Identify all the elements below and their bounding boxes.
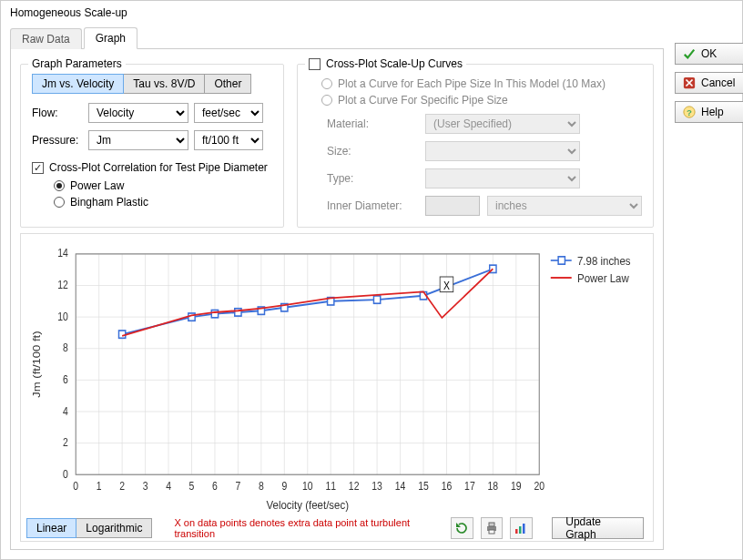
chart-plot: 0123456789101112131415161718192002468101… — [26, 243, 644, 514]
radio-bingham[interactable] — [54, 197, 65, 208]
svg-text:20: 20 — [534, 480, 545, 492]
svg-rect-80 — [489, 530, 494, 534]
crossplot-title: Cross-Plot Scale-Up Curves — [326, 57, 463, 70]
pressure-select[interactable]: Jm — [88, 130, 188, 150]
refresh-icon[interactable] — [451, 517, 473, 539]
svg-text:4: 4 — [166, 480, 171, 492]
flow-unit-select[interactable]: feet/sec — [194, 103, 263, 123]
svg-text:17: 17 — [464, 480, 475, 492]
svg-text:14: 14 — [57, 248, 68, 260]
size-select — [425, 141, 580, 161]
material-label: Material: — [327, 117, 418, 130]
groupbox-title: Graph Parameters — [28, 57, 126, 70]
tab-graph[interactable]: Graph — [84, 27, 137, 49]
inner-diameter-input — [425, 196, 480, 216]
svg-text:7: 7 — [235, 480, 240, 492]
tab-bar: Raw Data Graph — [10, 26, 664, 49]
radio-bingham-label: Bingham Plastic — [70, 196, 148, 209]
material-select: (User Specified) — [425, 114, 580, 134]
svg-text:9: 9 — [281, 480, 287, 492]
svg-text:15: 15 — [418, 480, 429, 492]
svg-text:1: 1 — [97, 480, 102, 492]
svg-text:X: X — [443, 280, 450, 292]
svg-text:8: 8 — [63, 342, 68, 354]
size-label: Size: — [327, 145, 418, 158]
svg-text:?: ? — [687, 107, 692, 117]
pressure-label: Pressure: — [32, 134, 83, 147]
svg-rect-68 — [373, 296, 380, 303]
radio-curve-specific-label: Plot a Curve For Specific Pipe Size — [338, 94, 508, 107]
update-graph-button[interactable]: Update Graph — [552, 517, 644, 539]
help-button[interactable]: ? Help — [675, 101, 743, 123]
svg-rect-74 — [558, 257, 565, 264]
svg-text:4: 4 — [63, 405, 68, 417]
check-icon — [683, 47, 696, 60]
cancel-button[interactable]: Cancel — [675, 72, 743, 94]
flow-label: Flow: — [32, 107, 83, 119]
svg-rect-63 — [211, 311, 218, 318]
svg-text:19: 19 — [511, 480, 522, 492]
svg-text:Jm (ft/100 ft): Jm (ft/100 ft) — [30, 331, 42, 397]
type-label: Type: — [327, 172, 418, 185]
mode-jm-vs-velocity[interactable]: Jm vs. Velocity — [32, 74, 124, 94]
svg-text:3: 3 — [143, 480, 148, 492]
svg-text:10: 10 — [302, 480, 313, 492]
svg-text:8: 8 — [259, 480, 264, 492]
crossplot-checkbox[interactable] — [309, 58, 321, 70]
help-label: Help — [701, 106, 724, 118]
inner-diameter-label: Inner Diameter: — [327, 199, 418, 212]
ok-label: OK — [701, 47, 717, 60]
mode-tau-vs-8vd[interactable]: Tau vs. 8V/D — [124, 74, 205, 94]
svg-rect-81 — [515, 529, 518, 534]
x-icon — [683, 76, 696, 89]
help-icon: ? — [683, 106, 696, 118]
svg-text:Power Law: Power Law — [577, 271, 629, 285]
chart-options-icon[interactable] — [510, 517, 533, 539]
plot-mode-toggle: Jm vs. Velocity Tau vs. 8V/D Other — [32, 74, 272, 94]
svg-text:2: 2 — [63, 437, 68, 449]
svg-text:0: 0 — [73, 480, 78, 492]
svg-rect-83 — [523, 524, 525, 534]
radio-curve-each-label: Plot a Curve for Each Pipe Size In This … — [338, 77, 606, 90]
svg-text:11: 11 — [325, 480, 336, 492]
dialog-window: Homogeneous Scale-up Raw Data Graph Grap… — [0, 0, 743, 560]
crosscorr-label: Cross-Plot Correlation for Test Pipe Dia… — [49, 161, 268, 174]
svg-text:6: 6 — [212, 480, 218, 492]
svg-text:Velocity (feet/sec): Velocity (feet/sec) — [267, 499, 349, 513]
print-icon[interactable] — [481, 517, 504, 539]
flow-select[interactable]: Velocity — [88, 103, 188, 123]
svg-text:18: 18 — [488, 480, 499, 492]
crosscorr-checkbox[interactable] — [32, 162, 44, 174]
groupbox-graph-parameters: Graph Parameters Jm vs. Velocity Tau vs.… — [20, 64, 284, 228]
svg-text:12: 12 — [349, 480, 360, 492]
cancel-label: Cancel — [701, 76, 735, 89]
scale-log-button[interactable]: Logarithmic — [76, 518, 152, 538]
svg-text:12: 12 — [57, 279, 68, 290]
radio-power-law[interactable] — [54, 180, 65, 191]
chart-area: 0123456789101112131415161718192002468101… — [20, 233, 654, 542]
type-select — [425, 168, 580, 188]
tab-content: Graph Parameters Jm vs. Velocity Tau vs.… — [10, 49, 664, 550]
radio-curve-each — [321, 78, 332, 89]
svg-text:14: 14 — [395, 480, 406, 492]
radio-power-law-label: Power Law — [70, 179, 124, 192]
svg-text:6: 6 — [63, 373, 68, 385]
svg-text:2: 2 — [119, 480, 125, 492]
window-title: Homogeneous Scale-up — [1, 1, 742, 26]
radio-curve-specific — [321, 95, 332, 106]
svg-text:10: 10 — [57, 311, 68, 322]
tab-raw-data[interactable]: Raw Data — [10, 28, 82, 49]
inner-diameter-unit-select: inches — [487, 196, 642, 216]
mode-other[interactable]: Other — [205, 74, 251, 94]
pressure-unit-select[interactable]: ft/100 ft — [194, 130, 263, 150]
svg-text:16: 16 — [442, 480, 453, 492]
svg-rect-82 — [519, 526, 522, 534]
ok-button[interactable]: OK — [675, 43, 743, 65]
svg-text:0: 0 — [63, 468, 68, 480]
svg-rect-79 — [489, 523, 494, 526]
svg-text:5: 5 — [189, 480, 195, 492]
svg-text:13: 13 — [372, 480, 382, 492]
scale-linear-button[interactable]: Linear — [26, 518, 76, 538]
svg-text:7.98 inches: 7.98 inches — [577, 254, 631, 268]
chart-footnote: X on data points denotes extra data poin… — [174, 517, 436, 539]
